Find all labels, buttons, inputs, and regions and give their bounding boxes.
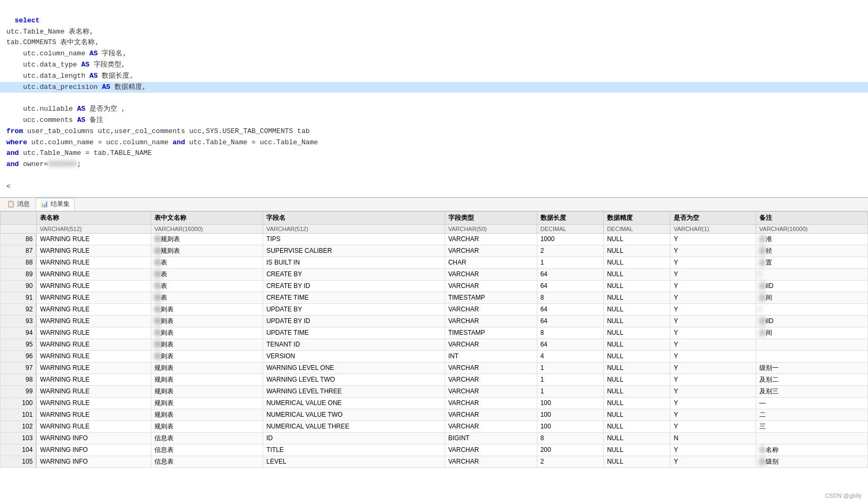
cell-tablecomment: 规则表: [151, 350, 263, 362]
cell-fieldtype: VARCHAR: [445, 315, 537, 327]
cell-tablename: WARNING RULE: [36, 420, 151, 432]
cell-datalength: 2: [537, 245, 603, 257]
cell-tablename: WARNING RULE: [36, 385, 151, 397]
cell-nullable: Y: [670, 268, 756, 280]
cell-nullable: Y: [670, 397, 756, 409]
col-nullable-type: VARCHAR(1): [670, 224, 756, 233]
table-row: 95WARNING RULE规则表TENANT IDVARCHAR64NULLY: [1, 339, 868, 350]
cell-nullable: Y: [670, 315, 756, 327]
col-nullable-header: 是否为空: [670, 211, 756, 224]
cell-nullable: Y: [670, 385, 756, 397]
results-table: 表名称 表中文名称 字段名 字段类型 数据长度 数据精度 是否为空 备注 VAR…: [0, 211, 868, 468]
cell-fieldtype: VARCHAR: [445, 385, 537, 397]
cell-datalength: 64: [537, 280, 603, 292]
table-row: 87WARNING RULE规规则表SUPERVISE CALIBERVARCH…: [1, 245, 868, 257]
table-row: 94WARNING RULE规则表UPDATE TIMETIMESTAMP8NU…: [1, 327, 868, 339]
cell-datalength: 1000: [537, 233, 603, 245]
cell-fieldtype: VARCHAR: [445, 268, 537, 280]
cell-comment: 及别二: [756, 374, 867, 385]
cell-datalength: 64: [537, 339, 603, 350]
cell-fieldtype: VARCHAR: [445, 374, 537, 385]
cell-dataprecision: NULL: [603, 397, 670, 409]
cell-fieldname: CREATE BY ID: [263, 280, 445, 292]
cell-comment: 及级别: [756, 456, 867, 467]
cell-fieldtype: CHAR: [445, 257, 537, 268]
row-number: 97: [1, 362, 37, 374]
cell-dataprecision: NULL: [603, 233, 670, 245]
cell-fieldname: VERSION: [263, 350, 445, 362]
col-datalength-header: 数据长度: [537, 211, 603, 224]
table-row: 86WARNING RULE规规则表TIPSVARCHAR1000NULLY及准: [1, 233, 868, 245]
col-datalength-type: DECIMAL: [537, 224, 603, 233]
sql-editor[interactable]: select utc.Table_Name 表名称, tab.COMMENTS …: [0, 0, 868, 197]
watermark: CSDN @gbify: [825, 492, 862, 499]
row-number: 98: [1, 374, 37, 385]
cell-tablename: WARNING RULE: [36, 327, 151, 339]
cell-tablecomment: 规则表: [151, 327, 263, 339]
cell-tablename: WARNING INFO: [36, 432, 151, 444]
cell-tablecomment: 规则表: [151, 374, 263, 385]
cell-fieldname: TIPS: [263, 233, 445, 245]
col-tablename-header: 表名称: [36, 211, 151, 224]
cell-dataprecision: NULL: [603, 374, 670, 385]
cell-datalength: 2: [537, 456, 603, 467]
row-number: 104: [1, 444, 37, 456]
cell-dataprecision: NULL: [603, 280, 670, 292]
cell-comment: 及准: [756, 233, 867, 245]
cell-tablename: WARNING RULE: [36, 268, 151, 280]
cell-nullable: Y: [670, 456, 756, 467]
table-header-row: 表名称 表中文名称 字段名 字段类型 数据长度 数据精度 是否为空 备注: [1, 211, 868, 224]
cell-tablecomment: 规规则表: [151, 245, 263, 257]
cell-fieldtype: TIMESTAMP: [445, 327, 537, 339]
cell-tablename: WARNING RULE: [36, 315, 151, 327]
row-number: 100: [1, 397, 37, 409]
results-container[interactable]: 表名称 表中文名称 字段名 字段类型 数据长度 数据精度 是否为空 备注 VAR…: [0, 211, 868, 503]
cell-fieldtype: VARCHAR: [445, 280, 537, 292]
tab-messages[interactable]: 📋 消息: [2, 198, 35, 210]
cell-nullable: Y: [670, 280, 756, 292]
cell-fieldname: IS BUILT IN: [263, 257, 445, 268]
cell-tablecomment: 规表: [151, 280, 263, 292]
cell-nullable: Y: [670, 374, 756, 385]
cell-tablecomment: 规表: [151, 268, 263, 280]
cell-fieldname: NUMERICAL VALUE ONE: [263, 397, 445, 409]
row-number: 90: [1, 280, 37, 292]
cell-comment: [756, 339, 867, 350]
table-row: 92WARNING RULE规则表UPDATE BYVARCHAR64NULLY…: [1, 303, 868, 315]
cell-nullable: N: [670, 432, 756, 444]
table-row: 89WARNING RULE规表CREATE BYVARCHAR64NULLYi: [1, 268, 868, 280]
cell-dataprecision: NULL: [603, 456, 670, 467]
cell-datalength: 4: [537, 350, 603, 362]
cell-tablename: WARNING RULE: [36, 257, 151, 268]
cell-comment: 名名称: [756, 444, 867, 456]
cell-fieldname: WARNING LEVEL TWO: [263, 374, 445, 385]
cell-fieldname: CREATE TIME: [263, 292, 445, 303]
cell-nullable: Y: [670, 339, 756, 350]
cell-fieldtype: TIMESTAMP: [445, 292, 537, 303]
results-table-icon: 📊: [40, 200, 48, 208]
cell-fieldtype: BIGINT: [445, 432, 537, 444]
cell-tablename: WARNING RULE: [36, 233, 151, 245]
messages-icon: 📋: [7, 200, 15, 208]
cell-fieldname: NUMERICAL VALUE TWO: [263, 409, 445, 420]
cell-fieldname: NUMERICAL VALUE THREE: [263, 420, 445, 432]
cell-tablecomment: 规表: [151, 292, 263, 303]
cell-fieldname: UPDATE BY: [263, 303, 445, 315]
cell-fieldname: WARNING LEVEL THREE: [263, 385, 445, 397]
cell-tablename: WARNING RULE: [36, 409, 151, 420]
row-number: 99: [1, 385, 37, 397]
cell-tablename: WARNING RULE: [36, 397, 151, 409]
cell-datalength: 1: [537, 257, 603, 268]
row-number: 87: [1, 245, 37, 257]
table-row: 101WARNING RULE规则表NUMERICAL VALUE TWOVAR…: [1, 409, 868, 420]
cell-comment: 及iID: [756, 280, 867, 292]
cell-comment: [756, 350, 867, 362]
cell-dataprecision: NULL: [603, 268, 670, 280]
cell-comment: 及iID: [756, 315, 867, 327]
tab-results[interactable]: 📊 结果集: [36, 198, 75, 210]
col-tablecomment-header: 表中文名称: [151, 211, 263, 224]
cell-tablecomment: 规则表: [151, 409, 263, 420]
sql-keyword-select: select: [15, 17, 40, 24]
cell-dataprecision: NULL: [603, 257, 670, 268]
cell-dataprecision: NULL: [603, 303, 670, 315]
